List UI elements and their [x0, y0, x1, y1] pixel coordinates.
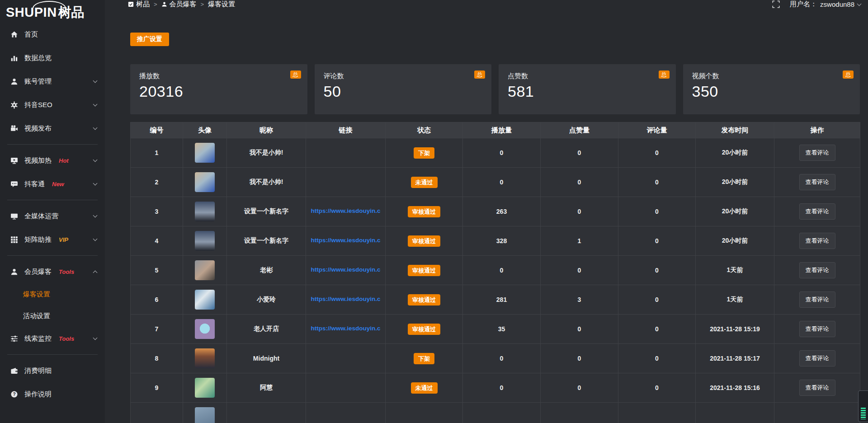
cell-time: 1天前: [696, 285, 774, 315]
svg-text:?: ?: [13, 391, 15, 396]
help-icon: ?: [10, 390, 18, 398]
sidebar-item-operation-guide[interactable]: ? 操作说明: [0, 382, 105, 406]
cell-plays: 35: [463, 315, 541, 344]
brand-logo[interactable]: SHUPIN树品: [0, 0, 105, 23]
breadcrumb-item-member-baoke[interactable]: 会员爆客: [161, 0, 197, 9]
sidebar-item-video-heat[interactable]: 视频加热 Hot: [0, 149, 105, 172]
video-link[interactable]: https://www.iesdouyin.c: [311, 325, 380, 332]
column-header: 昵称: [227, 122, 306, 138]
video-link[interactable]: https://www.iesdouyin.c: [311, 266, 380, 273]
view-comments-button[interactable]: 查看评论: [799, 291, 835, 308]
stat-label: 评论数: [324, 72, 483, 80]
cell-id: 9: [131, 373, 183, 403]
view-comments-button[interactable]: 查看评论: [799, 350, 835, 367]
cell-link: https://www.iesdouyin.c: [306, 315, 386, 344]
view-comments-button[interactable]: 查看评论: [799, 321, 835, 337]
chevron-down-icon: [93, 125, 98, 130]
total-badge: 总: [659, 70, 670, 79]
cell-nickname: 我不是小帅!: [227, 168, 306, 197]
sidebar-item-account-management[interactable]: 账号管理: [0, 70, 105, 93]
sidebar-item-clue-monitor[interactable]: 线索监控 Tools: [0, 327, 105, 350]
sidebar-item-media-operation[interactable]: 全媒体运营: [0, 204, 105, 228]
view-comments-button[interactable]: 查看评论: [799, 380, 835, 396]
avatar: [195, 202, 215, 221]
cell-status: 审核通过: [386, 285, 463, 315]
cell-comments: 0: [618, 285, 696, 315]
promo-settings-button[interactable]: 推广设置: [130, 33, 169, 46]
sidebar-divider: [7, 255, 98, 256]
cell-time: 2021-11-28 15:16: [696, 373, 774, 403]
home-icon: [10, 31, 18, 38]
wallet-icon: [10, 367, 18, 375]
cell-avatar: [183, 285, 227, 315]
cell-nickname: 设置一个新名字: [227, 197, 306, 226]
sidebar-item-matrix-boost[interactable]: 矩阵助推 VIP: [0, 228, 105, 251]
cell-avatar: [183, 344, 227, 373]
cell-plays: [463, 403, 541, 423]
stat-value: 50: [324, 83, 483, 100]
view-comments-button[interactable]: 查看评论: [799, 203, 835, 220]
sidebar-item-data-overview[interactable]: 数据总览: [0, 46, 105, 70]
cell-action: 查看评论: [774, 285, 860, 315]
sidebar-item-video-publish[interactable]: 视频发布: [0, 117, 105, 140]
status-badge: 下架: [414, 147, 434, 159]
sidebar-divider: [7, 354, 98, 355]
sidebar-item-consume-detail[interactable]: 消费明细: [0, 359, 105, 382]
sidebar-item-home[interactable]: 首页: [0, 23, 105, 46]
sidebar-item-label: 会员爆客: [24, 268, 52, 276]
stat-label: 点赞数: [508, 72, 667, 80]
sidebar-item-member-baoke[interactable]: 会员爆客 Tools: [0, 260, 105, 283]
column-header: 操作: [774, 122, 860, 138]
sidebar-subitem-baoke-settings[interactable]: 爆客设置: [0, 283, 105, 305]
user-menu[interactable]: 用户名：zswodun88: [790, 0, 861, 9]
cell-comments: [618, 403, 696, 423]
video-link[interactable]: https://www.iesdouyin.c: [311, 237, 380, 244]
cell-link: https://www.iesdouyin.c: [306, 226, 386, 256]
avatar: [195, 143, 215, 163]
cell-comments: 0: [618, 197, 696, 226]
cell-time: [696, 403, 774, 423]
view-comments-button[interactable]: 查看评论: [799, 145, 835, 161]
sidebar-item-douyin-seo[interactable]: 抖音SEO: [0, 93, 105, 117]
view-comments-button[interactable]: 查看评论: [799, 262, 835, 278]
cell-plays: 0: [463, 168, 541, 197]
cell-id: 4: [131, 226, 183, 256]
view-comments-button[interactable]: 查看评论: [799, 174, 835, 190]
bar-chart-icon: [10, 54, 18, 62]
cell-action: 查看评论: [774, 226, 860, 256]
cell-likes: 0: [541, 138, 618, 168]
floating-widget[interactable]: [858, 390, 868, 422]
table-row: 3设置一个新名字https://www.iesdouyin.c审核通过26300…: [131, 197, 860, 226]
sidebar-subitem-activity-settings[interactable]: 活动设置: [0, 305, 105, 327]
video-camera-icon: [10, 125, 18, 132]
breadcrumb-separator: >: [154, 1, 157, 8]
cell-id: 6: [131, 285, 183, 315]
view-comments-button[interactable]: 查看评论: [799, 233, 835, 249]
video-link[interactable]: https://www.iesdouyin.c: [311, 207, 380, 214]
cell-time: 2021-11-28 15:17: [696, 344, 774, 373]
stat-card: 视频个数 350 总: [683, 64, 860, 114]
cell-action: 查看评论: [774, 138, 860, 168]
cell-avatar: [183, 138, 227, 168]
cell-id: [131, 403, 183, 423]
chevron-down-icon: [93, 157, 98, 162]
video-link[interactable]: https://www.iesdouyin.c: [311, 296, 380, 302]
table-row: 4设置一个新名字https://www.iesdouyin.c审核通过32810…: [131, 226, 860, 256]
cell-time: 20小时前: [696, 226, 774, 256]
cell-action: [774, 403, 860, 423]
breadcrumb-label: 树品: [136, 0, 150, 9]
breadcrumb-item-shupin[interactable]: 树品: [128, 0, 150, 9]
cell-likes: 3: [541, 285, 618, 315]
cell-likes: 1: [541, 226, 618, 256]
cell-time: 20小时前: [696, 168, 774, 197]
column-header: 播放量: [463, 122, 541, 138]
avatar: [195, 231, 215, 251]
breadcrumb: 树品>会员爆客>爆客设置: [128, 0, 235, 9]
sidebar-item-label: 数据总览: [24, 54, 52, 62]
cell-nickname: 老彬: [227, 256, 306, 285]
cell-link: https://www.iesdouyin.c: [306, 256, 386, 285]
fullscreen-icon[interactable]: [772, 0, 780, 8]
cell-time: 20小时前: [696, 197, 774, 226]
sidebar-item-douketong[interactable]: 抖客通 New: [0, 172, 105, 196]
cell-plays: 0: [463, 138, 541, 168]
